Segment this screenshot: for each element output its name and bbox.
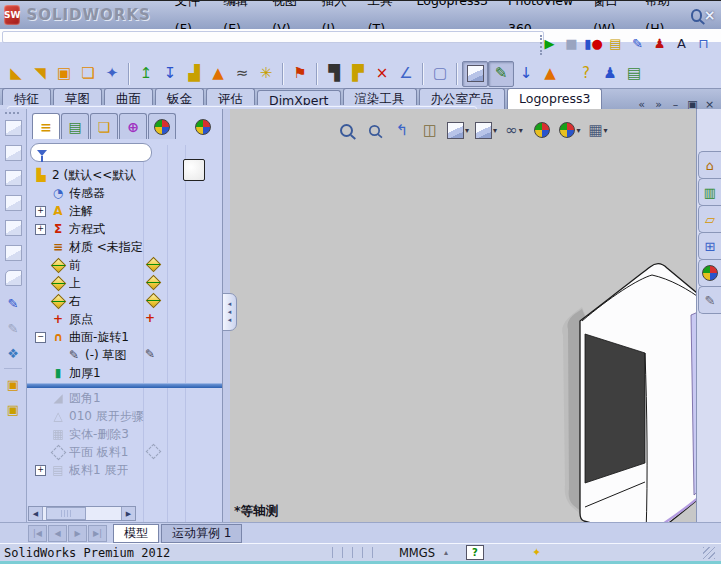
tree-item-10[interactable]: ✎(-) 草图✎ [27,346,222,364]
part-model[interactable] [562,264,696,522]
tree-item-17[interactable]: +▤板料1 展开 [27,461,222,479]
view-bottom-icon[interactable] [2,242,24,264]
flag-tool-icon[interactable]: ⚑ [288,62,312,86]
export-step-down-icon[interactable]: ↧ [158,62,182,86]
document-tab-0[interactable]: 模型 [113,524,159,543]
scroll-left-icon[interactable]: ◀ [29,507,43,520]
delete-station-icon[interactable]: × [370,62,394,86]
new-assembly-icon[interactable]: ▣ [2,398,24,420]
document-tab-1[interactable]: 运动算例 1 [161,524,242,543]
view-right-icon[interactable] [2,192,24,214]
configurationmanager-tab[interactable]: ❏ [90,113,118,139]
view-isometric-icon[interactable] [2,267,24,289]
expand-icon[interactable]: + [35,206,46,217]
angle-sketch-icon[interactable]: ∠ [394,62,418,86]
tree-item-16[interactable]: 平面 板料1 [27,443,222,461]
blank-layers-icon[interactable]: ❏ [76,62,100,86]
tree-item-5[interactable]: 前 [27,256,222,274]
expand-icon[interactable]: + [35,465,46,476]
stop-macro-icon[interactable]: ■ [562,34,581,53]
tree-item-15[interactable]: ▦实体-删除3 [27,425,222,443]
tree-item-13[interactable]: ◢圆角1 [27,389,222,407]
prev-frame-icon[interactable]: ◀ [48,525,67,542]
scrollbar-thumb[interactable] [46,507,86,520]
cone-tool-icon[interactable]: ▲ [206,62,230,86]
mate-tool-icon[interactable]: ❖ [2,342,24,364]
tree-item-0[interactable]: ▙2 (默认<<默认 [27,166,222,184]
dimxpertmanager-tab[interactable]: ⊕ [119,113,147,139]
view-cube-icon[interactable] [462,61,488,87]
expand-icon[interactable]: + [35,224,46,235]
graphics-viewport[interactable]: ↰◫▾▾∞▾▾▦▾ [230,109,696,522]
tree-item-3[interactable]: +Σ方程式 [27,220,222,238]
model-interior-face[interactable] [585,334,645,483]
play-macro-icon[interactable]: ▶ [540,34,559,53]
file-explorer-icon[interactable]: ▱ [698,205,721,233]
view-top-icon[interactable] [2,217,24,239]
tree-item-11[interactable]: ▮加厚1 [27,364,222,382]
die-pot-icon[interactable]: ▟ [182,62,206,86]
new-part-icon[interactable]: ▣ [2,373,24,395]
press-station-icon[interactable]: ▜ [322,62,346,86]
view-front-icon[interactable] [2,117,24,139]
panel-collapse-tab[interactable]: ◂◂◂ [222,293,237,331]
new-macro-icon[interactable]: ▤ [606,34,625,53]
tree-item-9[interactable]: −∩曲面-旋转1 [27,328,222,346]
addin-icon[interactable]: ♟ [650,34,669,53]
export-step-up-icon[interactable]: ↥ [134,62,158,86]
tree-item-7[interactable]: 右 [27,292,222,310]
scroll-right-icon[interactable]: ▶ [121,507,135,520]
fold-down-icon[interactable]: ◣ [4,62,28,86]
view-left-icon[interactable] [2,167,24,189]
spec-help-icon[interactable]: ▤ [622,62,646,86]
help-icon[interactable]: ? [574,62,598,86]
wave-tool-icon[interactable]: ≈ [230,62,254,86]
displaypane-ball-icon[interactable] [190,114,216,139]
spray-tool-icon[interactable]: ✳ [254,62,278,86]
tutor-help-icon[interactable]: ♟ [598,62,622,86]
selection-box-icon[interactable]: ▢ [428,62,452,86]
resize-grip[interactable] [703,547,715,559]
tree-item-4[interactable]: ≡材质 <未指定 [27,238,222,256]
edit-macro-icon[interactable]: ✎ [628,34,647,53]
quick-help-icon[interactable]: ? [466,545,484,560]
first-frame-icon[interactable]: |◀ [28,525,47,542]
probe-tool-icon[interactable]: ✎ [488,61,514,87]
command-tab-8[interactable]: Logopress3 [507,88,602,111]
resources-home-icon[interactable]: ⌂ [698,151,721,179]
view-back-icon[interactable] [2,142,24,164]
format-text-icon[interactable]: A [672,34,691,53]
model-3d-canvas[interactable]: Y X Z [230,109,696,522]
panel-horizontal-scrollbar[interactable]: ◀ ▶ [28,506,136,521]
propertymanager-tab[interactable]: ▤ [61,113,89,139]
anchor-down-icon[interactable]: ↓ [514,62,538,86]
tree-filter-input[interactable] [30,143,152,162]
search-icon[interactable] [691,9,702,22]
displaymanager-tab[interactable] [148,113,176,139]
tree-item-6[interactable]: 上 [27,274,222,292]
next-frame-icon[interactable]: ▶ [68,525,87,542]
measure-cone-icon[interactable]: ▲ [538,62,562,86]
fold-up-icon[interactable]: ◥ [28,62,52,86]
tree-item-14[interactable]: △010 展开步骤 [27,407,222,425]
toolbar-grip[interactable] [5,112,19,114]
sketch-3d-tool-icon[interactable]: ✎ [2,317,24,339]
rollback-bar[interactable] [27,383,222,388]
close-window-icon[interactable]: × [702,6,717,24]
tree-item-8[interactable]: +原点+ [27,310,222,328]
units-dropdown-icon[interactable]: ▴ [444,548,448,557]
flatten-tool-icon[interactable]: ✦ [100,62,124,86]
press-station-add-icon[interactable]: ▛ [346,62,370,86]
design-library-icon[interactable]: ▥ [698,178,721,206]
last-frame-icon[interactable]: ▶| [88,525,107,542]
appearances-icon[interactable] [698,259,721,287]
view-palette-icon[interactable]: ⊞ [698,232,721,260]
quick-tip-icon[interactable]: ✦ [532,546,541,559]
unfold-strip-icon[interactable]: ▣ [52,62,76,86]
record-pause-macro-icon[interactable]: ▮● [584,34,603,53]
featuremanager-tab[interactable]: ≡ [32,113,60,139]
tree-item-2[interactable]: +A注解 [27,202,222,220]
units-selector[interactable]: MMGS [399,546,435,560]
custom-properties-icon[interactable]: ✎ [698,286,721,314]
sketch-tool-icon[interactable]: ✎ [2,292,24,314]
